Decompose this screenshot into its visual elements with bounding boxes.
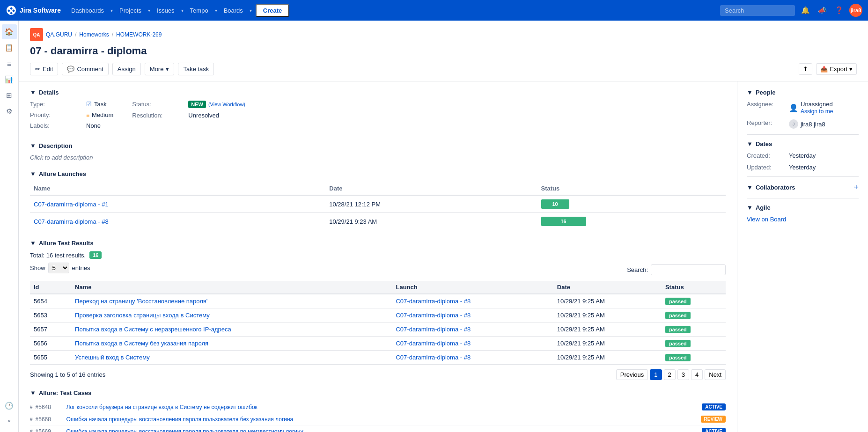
result-date: 10/29/21 9:25 AM xyxy=(553,351,662,365)
result-launch-link[interactable]: C07-daramirra-diploma - #8 xyxy=(396,340,471,347)
assign-to-me-link[interactable]: Assign to me xyxy=(801,108,833,115)
allure-launches-header[interactable]: ▼ Allure Launches xyxy=(30,170,726,177)
next-page-button[interactable]: Next xyxy=(705,369,726,380)
results-search-input[interactable] xyxy=(651,264,726,275)
labels-row: Labels: None xyxy=(30,122,113,129)
content-area: ▼ Details Type: ☑ Task xyxy=(19,81,868,432)
description-section: ▼ Description Click to add description xyxy=(30,142,726,161)
more-button[interactable]: More ▾ xyxy=(145,63,175,75)
result-name-link[interactable]: Переход на страницу 'Восстановление паро… xyxy=(75,298,207,305)
results-search-label: Search: xyxy=(627,266,648,273)
add-collaborator-button[interactable]: + xyxy=(853,183,859,192)
nav-projects[interactable]: Projects xyxy=(115,5,146,16)
allure-test-results-header[interactable]: ▼ Allure Test Results xyxy=(30,240,726,247)
nav-tempo[interactable]: Tempo xyxy=(185,5,213,16)
show-entries-select[interactable]: 51025 xyxy=(48,263,69,273)
tc-link[interactable]: Ошибка начала процедуры восстановления п… xyxy=(66,416,698,423)
edit-button[interactable]: ✏ Edit xyxy=(30,63,58,75)
result-launch-link[interactable]: C07-daramirra-diploma - #8 xyxy=(396,326,471,333)
sidebar-icon-list[interactable]: ≡ xyxy=(2,56,17,71)
nav-boards[interactable]: Boards xyxy=(219,5,248,16)
result-name-link[interactable]: Успешный вход в Систему xyxy=(75,354,150,361)
launch-link[interactable]: C07-daramirra-diploma - #1 xyxy=(34,201,109,208)
divider-2 xyxy=(747,176,859,177)
col-name: Name xyxy=(71,281,392,294)
page-2-button[interactable]: 2 xyxy=(664,369,676,380)
details-section: ▼ Details Type: ☑ Task xyxy=(30,89,726,133)
nav-right-area: 🔔 📣 ❓ jira8 xyxy=(720,4,862,17)
reporter-value: J jira8 jira8 xyxy=(789,119,825,129)
breadcrumb-project[interactable]: QA.GURU xyxy=(46,31,72,38)
assign-button[interactable]: Assign xyxy=(112,63,141,75)
progress-bar: 16 xyxy=(541,217,586,226)
result-name-link[interactable]: Попытка входа в Систему без указания пар… xyxy=(75,340,208,347)
launches-table: Name Date Status C07-daramirra-diploma -… xyxy=(30,182,726,230)
right-panel: ▼ People Assignee: 👤 Unassigned Assign t… xyxy=(737,81,868,432)
result-launch-link[interactable]: C07-daramirra-diploma - #8 xyxy=(396,354,471,361)
sidebar-icon-home[interactable]: 🏠 xyxy=(2,24,17,39)
result-name-link[interactable]: Попытка входа в Систему с неразрешенного… xyxy=(75,326,231,333)
launch-link[interactable]: C07-daramirra-diploma - #8 xyxy=(34,218,109,225)
page-4-button[interactable]: 4 xyxy=(691,369,703,380)
resolution-row: Resolution: Unresolved xyxy=(132,112,245,119)
details-header[interactable]: ▼ Details xyxy=(30,89,726,96)
sidebar-icon-board[interactable]: ⊞ xyxy=(2,88,17,103)
agile-title: ▼ Agile xyxy=(747,204,859,211)
col-date: Date xyxy=(553,281,662,294)
export-button[interactable]: 📤 Export ▾ xyxy=(816,63,857,75)
reporter-avatar: J xyxy=(789,119,798,129)
comment-button[interactable]: 💬 Comment xyxy=(62,63,108,75)
table-row: 5655 Успешный вход в Систему C07-daramir… xyxy=(30,351,726,365)
result-name-link[interactable]: Проверка заголовка страницы входа в Сист… xyxy=(75,312,210,319)
sidebar-collapse[interactable]: « xyxy=(2,413,17,428)
take-task-button[interactable]: Take task xyxy=(178,63,214,75)
share-button[interactable]: ⬆ xyxy=(799,63,812,75)
allure-test-cases-header[interactable]: ▼ Allure: Test Cases xyxy=(30,389,726,396)
create-button[interactable]: Create xyxy=(256,4,289,17)
result-status: passed xyxy=(662,308,726,322)
main-panel: ▼ Details Type: ☑ Task xyxy=(19,81,737,432)
view-on-board-link[interactable]: View on Board xyxy=(747,216,786,223)
help-icon[interactable]: ❓ xyxy=(832,4,846,17)
table-row: 5657 Попытка входа в Систему с неразреше… xyxy=(30,322,726,337)
list-item: # #5668 Ошибка начала процедуры восстано… xyxy=(30,413,726,425)
status-passed-badge: passed xyxy=(665,340,691,347)
list-item: # #5669 Ошибка начала процедуры восстано… xyxy=(30,425,726,432)
tc-link[interactable]: Лог консоли браузера на странице входа в… xyxy=(66,404,699,410)
breadcrumb-issue[interactable]: HOMEWORK-269 xyxy=(116,31,162,38)
nav-dashboards[interactable]: Dashboards xyxy=(66,5,109,16)
launch-status: 10 xyxy=(537,195,726,213)
entries-label: entries xyxy=(72,264,90,271)
sidebar-icon-project[interactable]: 📋 xyxy=(2,40,17,55)
table-row: 5653 Проверка заголовка страницы входа в… xyxy=(30,308,726,322)
nav-issues[interactable]: Issues xyxy=(152,5,179,16)
notifications-icon[interactable]: 🔔 xyxy=(799,4,812,17)
breadcrumb-section[interactable]: Homeworks xyxy=(79,31,109,38)
sidebar-icon-gear[interactable]: ⚙ xyxy=(2,104,17,119)
tc-id: #5668 xyxy=(36,416,64,423)
tc-link[interactable]: Ошибка начала процедуры восстановления п… xyxy=(66,428,699,432)
feedback-icon[interactable]: 📣 xyxy=(816,4,829,17)
page-1-button[interactable]: 1 xyxy=(650,369,662,380)
description-placeholder[interactable]: Click to add description xyxy=(30,154,726,161)
created-row: Created: Yesterday xyxy=(747,152,859,159)
result-launch: C07-daramirra-diploma - #8 xyxy=(392,294,553,308)
page-3-button[interactable]: 3 xyxy=(677,369,689,380)
share-icon: ⬆ xyxy=(803,66,808,73)
export-label: Export xyxy=(830,66,847,73)
left-sidebar: 🏠 📋 ≡ 📊 ⊞ ⚙ 🕐 « xyxy=(0,21,19,432)
result-launch-link[interactable]: C07-daramirra-diploma - #8 xyxy=(396,312,471,319)
user-avatar[interactable]: jira8 xyxy=(849,4,862,17)
prev-page-button[interactable]: Previous xyxy=(616,369,648,380)
jira-logo[interactable]: Jira Software xyxy=(6,5,61,16)
sidebar-icon-chart[interactable]: 📊 xyxy=(2,72,17,87)
description-title: Description xyxy=(39,142,73,149)
description-header[interactable]: ▼ Description xyxy=(30,142,726,149)
updated-row: Updated: Yesterday xyxy=(747,164,859,171)
result-launch-link[interactable]: C07-daramirra-diploma - #8 xyxy=(396,298,471,305)
view-workflow-link[interactable]: (View Workflow) xyxy=(208,102,245,107)
search-input[interactable] xyxy=(720,5,795,16)
dates-title: ▼ Dates xyxy=(747,140,859,147)
status-value: NEW (View Workflow) xyxy=(188,101,245,108)
sidebar-icon-clock[interactable]: 🕐 xyxy=(2,398,17,413)
